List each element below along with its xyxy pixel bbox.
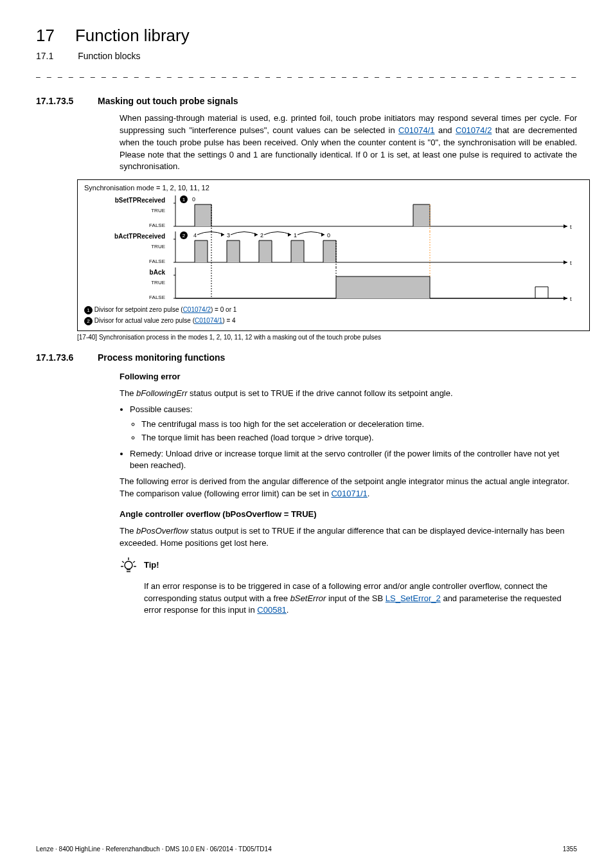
signal-waveform: t 1 0 [172, 195, 583, 231]
level-false: FALSE [84, 258, 165, 264]
link-c00581[interactable]: C00581 [257, 605, 287, 615]
link-c01071-1[interactable]: C01071/1 [331, 489, 367, 498]
heading-title: Process monitoring functions [98, 352, 225, 363]
signal-name: bSetTPReceived [84, 197, 165, 204]
tip-label: Tip! [144, 556, 159, 570]
chapter-title: Function library [75, 26, 190, 46]
svg-rect-21 [195, 240, 208, 262]
list-item: The centrifugal mass is too high for the… [141, 419, 577, 431]
level-true: TRUE [84, 280, 165, 285]
svg-marker-2 [564, 224, 567, 228]
svg-line-51 [133, 561, 135, 563]
level-false: FALSE [84, 294, 165, 300]
chapter-number: 17 [36, 26, 55, 46]
figure-caption: [17-40] Synchronisation process in the m… [77, 334, 577, 341]
link-c01074-1[interactable]: C01074/1 [195, 317, 222, 324]
footer-left: Lenze · 8400 HighLine · Referenzhandbuch… [36, 845, 272, 853]
level-true: TRUE [84, 244, 165, 249]
signal-waveform: t [172, 231, 583, 267]
svg-rect-6 [195, 204, 211, 226]
tip-body: If an error response is to be triggered … [144, 581, 577, 617]
svg-rect-47 [336, 276, 430, 298]
svg-marker-17 [564, 260, 567, 264]
paragraph: When passing-through material is used, e… [120, 113, 577, 173]
signal-name: bActTPReceived [84, 233, 165, 240]
heading-number: 17.1.73.5 [36, 96, 82, 106]
list-item: Remedy: Unload drive or increase torque … [130, 448, 577, 473]
diagram-title: Synchronisation mode = 1, 2, 10, 11, 12 [84, 184, 583, 192]
divider-dashes: _ _ _ _ _ _ _ _ _ _ _ _ _ _ _ _ _ _ _ _ … [36, 69, 577, 78]
svg-marker-30 [221, 233, 224, 237]
paragraph: The bPosOverflow status output is set to… [120, 525, 577, 550]
svg-line-50 [122, 561, 124, 563]
svg-text:2: 2 [182, 233, 186, 239]
list-item: Possible causes: The centrifugal mass is… [130, 404, 577, 444]
section-number: 17.1 [36, 51, 53, 61]
svg-text:2: 2 [260, 232, 263, 239]
svg-text:1: 1 [182, 197, 186, 203]
svg-text:4: 4 [193, 232, 197, 239]
svg-point-48 [125, 561, 132, 569]
section-title: Function blocks [78, 51, 140, 61]
tip-icon [120, 556, 138, 577]
run-in-heading: Angle controller overflow (bPosOverflow … [120, 509, 577, 519]
svg-rect-22 [227, 240, 240, 262]
heading-number: 17.1.73.6 [36, 352, 82, 363]
svg-text:t: t [570, 224, 572, 230]
link-ls-seterror-2[interactable]: LS_SetError_2 [386, 593, 441, 603]
signal-waveform: t [172, 267, 583, 303]
link-c01074-2[interactable]: C01074/2 [456, 125, 492, 135]
list-item: The torque limit has been reached (load … [141, 432, 577, 444]
svg-rect-7 [413, 204, 430, 226]
svg-rect-23 [259, 240, 272, 262]
link-c01074-2[interactable]: C01074/2 [183, 306, 211, 313]
paragraph: The bFollowingErr status output is set t… [120, 388, 577, 400]
svg-text:3: 3 [227, 232, 230, 239]
svg-rect-25 [323, 240, 336, 262]
run-in-heading: Following error [120, 372, 577, 381]
svg-rect-24 [291, 240, 304, 262]
svg-text:t: t [570, 260, 572, 266]
svg-text:0: 0 [327, 232, 330, 239]
link-c01074-1[interactable]: C01074/1 [398, 125, 434, 135]
svg-marker-36 [321, 233, 324, 237]
footer-page-number: 1355 [563, 845, 577, 853]
bullet-list: Possible causes: The centrifugal mass is… [120, 404, 577, 472]
svg-marker-34 [288, 233, 291, 237]
timing-diagram: Synchronisation mode = 1, 2, 10, 11, 12 … [77, 179, 590, 331]
level-true: TRUE [84, 208, 165, 213]
svg-text:0: 0 [192, 196, 195, 203]
paragraph: The following error is derived from the … [120, 476, 577, 500]
diagram-footnote: 1 Divisor for setpoint zero pulse (C0107… [84, 306, 583, 314]
diagram-footnote: 2 Divisor for actual value zero pulse (C… [84, 317, 583, 325]
heading-title: Masking out touch probe signals [98, 96, 238, 106]
svg-text:1: 1 [294, 232, 297, 239]
signal-name: bAck [84, 269, 165, 276]
svg-marker-32 [254, 233, 258, 237]
level-false: FALSE [84, 222, 165, 228]
svg-text:t: t [570, 296, 572, 302]
